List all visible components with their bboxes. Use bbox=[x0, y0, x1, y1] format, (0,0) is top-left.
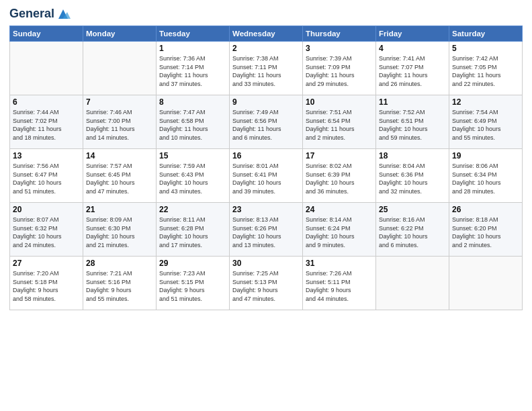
day-number: 10 bbox=[306, 97, 373, 107]
calendar-cell: 23Sunrise: 8:13 AM Sunset: 6:26 PM Dayli… bbox=[230, 203, 303, 257]
day-number: 26 bbox=[452, 205, 519, 214]
day-number: 1 bbox=[159, 44, 226, 53]
day-number: 31 bbox=[306, 259, 373, 268]
calendar-cell: 8Sunrise: 7:47 AM Sunset: 6:58 PM Daylig… bbox=[157, 95, 230, 149]
week-row-4: 27Sunrise: 7:20 AM Sunset: 5:18 PM Dayli… bbox=[10, 257, 523, 310]
calendar-cell: 9Sunrise: 7:49 AM Sunset: 6:56 PM Daylig… bbox=[230, 95, 303, 149]
day-detail: Sunrise: 8:04 AM Sunset: 6:36 PM Dayligh… bbox=[379, 162, 446, 195]
day-number: 14 bbox=[86, 151, 153, 161]
day-number: 8 bbox=[159, 97, 226, 107]
week-row-3: 20Sunrise: 8:07 AM Sunset: 6:32 PM Dayli… bbox=[10, 203, 523, 257]
day-detail: Sunrise: 7:42 AM Sunset: 7:05 PM Dayligh… bbox=[452, 54, 519, 88]
header-row: SundayMondayTuesdayWednesdayThursdayFrid… bbox=[10, 26, 523, 42]
day-number: 5 bbox=[452, 44, 519, 53]
calendar-cell: 1Sunrise: 7:36 AM Sunset: 7:14 PM Daylig… bbox=[157, 42, 230, 95]
day-number: 15 bbox=[159, 151, 226, 161]
day-detail: Sunrise: 7:57 AM Sunset: 6:45 PM Dayligh… bbox=[86, 162, 153, 195]
logo: General bbox=[9, 7, 71, 21]
day-detail: Sunrise: 7:39 AM Sunset: 7:09 PM Dayligh… bbox=[306, 54, 373, 88]
calendar-cell: 15Sunrise: 7:59 AM Sunset: 6:43 PM Dayli… bbox=[157, 149, 230, 203]
calendar-cell: 27Sunrise: 7:20 AM Sunset: 5:18 PM Dayli… bbox=[10, 257, 83, 310]
day-detail: Sunrise: 7:21 AM Sunset: 5:16 PM Dayligh… bbox=[86, 269, 153, 303]
calendar-cell: 25Sunrise: 8:16 AM Sunset: 6:22 PM Dayli… bbox=[376, 203, 449, 257]
logo-text-general: General bbox=[9, 7, 54, 21]
day-number: 16 bbox=[232, 151, 300, 161]
calendar-cell: 20Sunrise: 8:07 AM Sunset: 6:32 PM Dayli… bbox=[10, 203, 83, 257]
calendar-cell: 6Sunrise: 7:44 AM Sunset: 7:02 PM Daylig… bbox=[10, 95, 83, 149]
day-number: 28 bbox=[86, 259, 153, 268]
day-header-tuesday: Tuesday bbox=[157, 26, 230, 42]
day-number: 9 bbox=[232, 97, 300, 107]
day-number: 25 bbox=[379, 205, 446, 214]
calendar-cell: 17Sunrise: 8:02 AM Sunset: 6:39 PM Dayli… bbox=[303, 149, 376, 203]
day-number: 22 bbox=[159, 205, 226, 214]
day-detail: Sunrise: 7:52 AM Sunset: 6:51 PM Dayligh… bbox=[379, 108, 446, 142]
header: General bbox=[9, 7, 523, 21]
day-number: 20 bbox=[13, 205, 80, 214]
calendar-cell bbox=[10, 42, 83, 95]
day-number: 2 bbox=[232, 44, 300, 53]
day-number: 6 bbox=[13, 97, 80, 107]
day-header-thursday: Thursday bbox=[303, 26, 376, 42]
calendar-cell: 13Sunrise: 7:56 AM Sunset: 6:47 PM Dayli… bbox=[10, 149, 83, 203]
day-detail: Sunrise: 7:26 AM Sunset: 5:11 PM Dayligh… bbox=[306, 269, 373, 303]
day-detail: Sunrise: 8:13 AM Sunset: 6:26 PM Dayligh… bbox=[232, 216, 300, 249]
day-detail: Sunrise: 7:56 AM Sunset: 6:47 PM Dayligh… bbox=[13, 162, 80, 195]
day-detail: Sunrise: 8:01 AM Sunset: 6:41 PM Dayligh… bbox=[232, 162, 300, 195]
day-number: 21 bbox=[86, 205, 153, 214]
day-number: 29 bbox=[159, 259, 226, 268]
day-number: 7 bbox=[86, 97, 153, 107]
calendar-cell: 11Sunrise: 7:52 AM Sunset: 6:51 PM Dayli… bbox=[376, 95, 449, 149]
day-number: 13 bbox=[13, 151, 80, 161]
calendar-cell: 3Sunrise: 7:39 AM Sunset: 7:09 PM Daylig… bbox=[303, 42, 376, 95]
day-detail: Sunrise: 8:14 AM Sunset: 6:24 PM Dayligh… bbox=[306, 216, 373, 249]
calendar-cell: 2Sunrise: 7:38 AM Sunset: 7:11 PM Daylig… bbox=[230, 42, 303, 95]
calendar-cell: 28Sunrise: 7:21 AM Sunset: 5:16 PM Dayli… bbox=[83, 257, 157, 310]
day-header-wednesday: Wednesday bbox=[230, 26, 303, 42]
day-number: 27 bbox=[13, 259, 80, 268]
day-number: 23 bbox=[232, 205, 300, 214]
calendar-cell bbox=[83, 42, 157, 95]
calendar-cell: 7Sunrise: 7:46 AM Sunset: 7:00 PM Daylig… bbox=[83, 95, 157, 149]
day-number: 3 bbox=[306, 44, 373, 53]
day-header-friday: Friday bbox=[376, 26, 449, 42]
week-row-2: 13Sunrise: 7:56 AM Sunset: 6:47 PM Dayli… bbox=[10, 149, 523, 203]
calendar-cell bbox=[376, 257, 449, 310]
day-number: 18 bbox=[379, 151, 446, 161]
day-detail: Sunrise: 7:44 AM Sunset: 7:02 PM Dayligh… bbox=[13, 108, 80, 142]
day-detail: Sunrise: 7:25 AM Sunset: 5:13 PM Dayligh… bbox=[232, 269, 300, 303]
day-number: 19 bbox=[452, 151, 519, 161]
calendar-cell: 16Sunrise: 8:01 AM Sunset: 6:41 PM Dayli… bbox=[230, 149, 303, 203]
day-detail: Sunrise: 7:46 AM Sunset: 7:00 PM Dayligh… bbox=[86, 108, 153, 142]
day-header-saturday: Saturday bbox=[449, 26, 523, 42]
day-detail: Sunrise: 7:49 AM Sunset: 6:56 PM Dayligh… bbox=[232, 108, 300, 142]
day-number: 17 bbox=[306, 151, 373, 161]
day-detail: Sunrise: 8:09 AM Sunset: 6:30 PM Dayligh… bbox=[86, 216, 153, 249]
calendar-table: SundayMondayTuesdayWednesdayThursdayFrid… bbox=[9, 26, 523, 310]
day-detail: Sunrise: 7:38 AM Sunset: 7:11 PM Dayligh… bbox=[232, 54, 300, 88]
day-number: 11 bbox=[379, 97, 446, 107]
day-detail: Sunrise: 8:18 AM Sunset: 6:20 PM Dayligh… bbox=[452, 216, 519, 249]
week-row-0: 1Sunrise: 7:36 AM Sunset: 7:14 PM Daylig… bbox=[10, 42, 523, 95]
calendar-cell: 22Sunrise: 8:11 AM Sunset: 6:28 PM Dayli… bbox=[157, 203, 230, 257]
day-header-sunday: Sunday bbox=[10, 26, 83, 42]
day-header-monday: Monday bbox=[83, 26, 157, 42]
day-detail: Sunrise: 7:54 AM Sunset: 6:49 PM Dayligh… bbox=[452, 108, 519, 142]
calendar-cell: 29Sunrise: 7:23 AM Sunset: 5:15 PM Dayli… bbox=[157, 257, 230, 310]
day-number: 24 bbox=[306, 205, 373, 214]
calendar-cell bbox=[449, 257, 523, 310]
calendar-cell: 4Sunrise: 7:41 AM Sunset: 7:07 PM Daylig… bbox=[376, 42, 449, 95]
day-number: 30 bbox=[232, 259, 300, 268]
logo-icon bbox=[56, 7, 71, 21]
day-detail: Sunrise: 7:41 AM Sunset: 7:07 PM Dayligh… bbox=[379, 54, 446, 88]
day-detail: Sunrise: 7:59 AM Sunset: 6:43 PM Dayligh… bbox=[159, 162, 226, 195]
day-detail: Sunrise: 7:51 AM Sunset: 6:54 PM Dayligh… bbox=[306, 108, 373, 142]
calendar-cell: 21Sunrise: 8:09 AM Sunset: 6:30 PM Dayli… bbox=[83, 203, 157, 257]
day-detail: Sunrise: 8:02 AM Sunset: 6:39 PM Dayligh… bbox=[306, 162, 373, 195]
week-row-1: 6Sunrise: 7:44 AM Sunset: 7:02 PM Daylig… bbox=[10, 95, 523, 149]
calendar-cell: 14Sunrise: 7:57 AM Sunset: 6:45 PM Dayli… bbox=[83, 149, 157, 203]
day-detail: Sunrise: 7:20 AM Sunset: 5:18 PM Dayligh… bbox=[13, 269, 80, 303]
calendar-cell: 18Sunrise: 8:04 AM Sunset: 6:36 PM Dayli… bbox=[376, 149, 449, 203]
calendar-cell: 31Sunrise: 7:26 AM Sunset: 5:11 PM Dayli… bbox=[303, 257, 376, 310]
day-detail: Sunrise: 7:23 AM Sunset: 5:15 PM Dayligh… bbox=[159, 269, 226, 303]
